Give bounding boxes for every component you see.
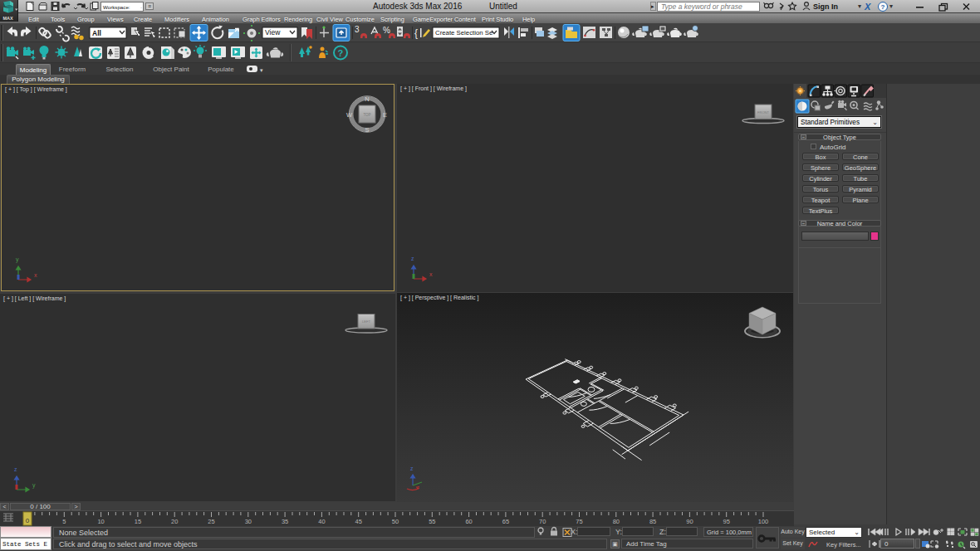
svg-text:15: 15 [135,518,141,525]
svg-text:75: 75 [576,518,582,525]
svg-text:All: All [92,29,101,37]
svg-text:{: { [414,27,418,39]
svg-text:90: 90 [686,518,693,525]
svg-text:E: E [383,111,387,119]
svg-text:View: View [265,28,281,37]
svg-text:20: 20 [171,518,178,525]
svg-text:S: S [365,126,369,134]
svg-text:65: 65 [502,518,509,525]
svg-text:y: y [16,256,19,263]
svg-text:50: 50 [392,518,399,525]
svg-text:30: 30 [245,518,252,525]
svg-text:45: 45 [355,518,362,525]
svg-text:3: 3 [355,25,360,34]
svg-text:100: 100 [758,518,769,525]
svg-text:?: ? [881,3,885,11]
svg-text:Sign In: Sign In [813,2,838,11]
svg-text:N: N [365,95,369,103]
svg-text:FRONT: FRONT [757,110,769,115]
svg-text:x: x [429,271,433,277]
svg-text:35: 35 [282,518,288,525]
svg-text:z: z [410,466,414,471]
svg-text:Create Selection Se: Create Selection Se [435,29,492,37]
svg-text:▾: ▾ [889,2,893,10]
svg-text:%: % [383,26,390,35]
svg-text:x: x [34,272,37,278]
svg-text:X: X [864,2,871,12]
svg-text:W: W [346,111,353,119]
svg-text:70: 70 [539,518,546,525]
svg-text:y: y [32,482,36,489]
svg-text:80: 80 [613,518,620,525]
svg-text:z: z [14,466,17,472]
svg-text:40: 40 [318,518,325,525]
svg-text:55: 55 [429,518,435,525]
svg-text:25: 25 [208,518,214,525]
svg-text:0: 0 [26,517,30,524]
svg-text:▾: ▾ [858,2,861,10]
svg-text:MAX: MAX [3,16,14,21]
svg-text:60: 60 [465,518,472,525]
svg-text:z: z [411,256,414,261]
svg-text:LEFT: LEFT [362,319,370,324]
svg-text:?: ? [338,48,344,58]
svg-text:10: 10 [97,518,104,525]
svg-text:5: 5 [62,518,66,525]
svg-text:TOP: TOP [363,113,370,117]
svg-text:95: 95 [723,518,730,525]
svg-text:85: 85 [649,518,656,525]
